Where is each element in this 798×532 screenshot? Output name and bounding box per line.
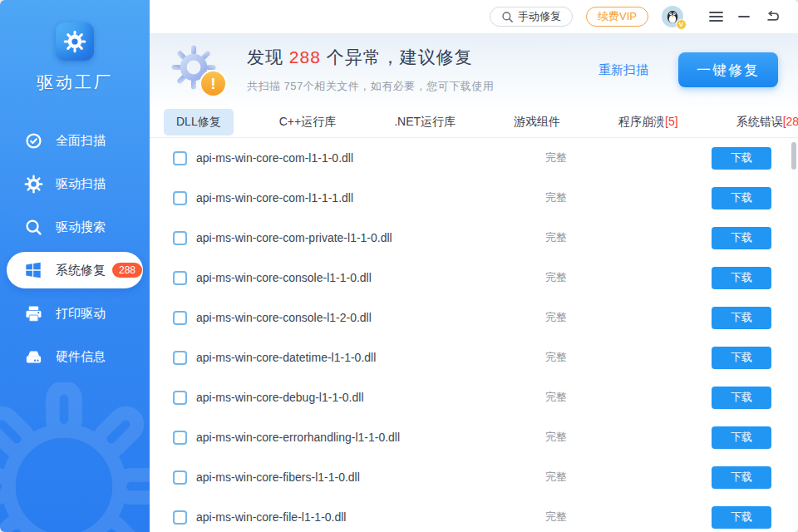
search-icon [23, 217, 43, 237]
app-window: 驱动工厂 全面扫描 [0, 0, 798, 532]
row-checkbox[interactable] [173, 311, 187, 325]
table-row: api-ms-win-core-com-private-l1-1-0.dll 完… [150, 218, 798, 258]
scan-circle-icon [23, 131, 43, 150]
sidebar: 驱动工厂 全面扫描 [0, 0, 150, 532]
tab-program-crash[interactable]: 程序崩溃[5] [606, 109, 691, 135]
sidebar-item-label: 打印驱动 [56, 306, 106, 322]
download-button[interactable]: 下载 [712, 347, 771, 369]
manual-fix-button[interactable]: 手动修复 [490, 7, 573, 27]
download-button[interactable]: 下载 [712, 267, 771, 289]
scan-result-subtitle: 共扫描 757个相关文件，如有必要，您可下载使用 [247, 79, 494, 94]
tab-label: DLL修复 [176, 115, 221, 128]
table-row: api-ms-win-core-file-l1-1-0.dll 完整 下载 [150, 497, 798, 532]
app-logo: 驱动工厂 [0, 0, 150, 94]
app-title: 驱动工厂 [37, 71, 113, 94]
download-button[interactable]: 下载 [712, 227, 771, 249]
download-button[interactable]: 下载 [712, 426, 771, 449]
rescan-link[interactable]: 重新扫描 [598, 62, 648, 78]
file-name: api-ms-win-core-com-l1-1-1.dll [196, 191, 545, 204]
tab-label: 程序崩溃 [618, 115, 665, 128]
dll-file-list: api-ms-win-core-com-l1-1-0.dll 完整 下载 api… [150, 138, 798, 532]
topbar: 手动修复 续费VIP V [150, 0, 798, 33]
file-name: api-ms-win-core-errorhandling-l1-1-0.dll [196, 431, 545, 444]
row-checkbox[interactable] [173, 271, 187, 285]
download-button[interactable]: 下载 [712, 187, 771, 209]
status-text: 完整 [545, 190, 595, 205]
sidebar-item-driver-scan[interactable]: 驱动扫描 [7, 165, 143, 202]
avatar-vip-badge: V [676, 19, 687, 30]
download-button[interactable]: 下载 [712, 506, 771, 529]
tab-dotnet-runtime[interactable]: .NET运行库 [382, 109, 468, 135]
table-row: api-ms-win-core-datetime-l1-1-0.dll 完整 下… [150, 337, 798, 377]
row-checkbox[interactable] [173, 470, 187, 485]
status-text: 完整 [545, 390, 595, 405]
scan-result-text: 发现 288 个异常，建议修复 共扫描 757个相关文件，如有必要，您可下载使用 [247, 46, 494, 94]
sidebar-item-system-repair[interactable]: 系统修复 288 [7, 252, 143, 288]
row-checkbox[interactable] [173, 151, 187, 165]
table-row: api-ms-win-core-debug-l1-1-0.dll 完整 下载 [150, 377, 798, 417]
file-name: api-ms-win-core-console-l1-1-0.dll [196, 271, 545, 284]
category-tabs: DLL修复 C++运行库 .NET运行库 游戏组件 程序崩溃[5] 系统错误[2… [150, 106, 798, 138]
tab-dll-repair[interactable]: DLL修复 [164, 109, 234, 135]
harddrive-icon [23, 347, 43, 367]
main-panel: 手动修复 续费VIP V [150, 0, 798, 532]
minimize-button[interactable] [732, 6, 756, 27]
gear-watermark-icon [0, 382, 150, 532]
download-button[interactable]: 下载 [712, 387, 771, 409]
table-row: api-ms-win-core-com-l1-1-0.dll 完整 下载 [150, 138, 798, 178]
undo-icon [765, 11, 781, 23]
status-text: 完整 [545, 310, 595, 325]
header-actions: 重新扫描 一键修复 [598, 52, 778, 87]
gear-icon [23, 174, 43, 194]
table-row: api-ms-win-core-console-l1-1-0.dll 完整 下载 [150, 258, 798, 298]
sidebar-item-label: 驱动搜索 [56, 219, 106, 235]
table-row: api-ms-win-core-console-l1-2-0.dll 完整 下载 [150, 298, 798, 337]
warning-exclamation-icon: ! [200, 70, 227, 97]
sidebar-item-hardware-info[interactable]: 硬件信息 [7, 338, 143, 375]
sidebar-item-label: 系统修复 [56, 263, 106, 278]
sidebar-item-label: 全面扫描 [56, 133, 106, 149]
status-text: 完整 [545, 470, 595, 485]
tab-label: 系统错误 [736, 115, 783, 128]
anomaly-count: 288 [289, 47, 321, 66]
file-name: api-ms-win-core-datetime-l1-1-0.dll [196, 351, 545, 364]
row-checkbox[interactable] [173, 391, 187, 405]
status-text: 完整 [545, 350, 595, 365]
download-button[interactable]: 下载 [712, 466, 771, 489]
search-icon [501, 11, 514, 23]
status-text: 完整 [545, 270, 595, 285]
fix-all-button[interactable]: 一键修复 [678, 52, 778, 87]
sidebar-item-printer-driver[interactable]: 打印驱动 [7, 295, 143, 332]
user-avatar[interactable]: V [662, 6, 683, 27]
status-text: 完整 [545, 510, 595, 525]
renew-vip-button[interactable]: 续费VIP [586, 7, 648, 27]
scan-result-header: ! 发现 288 个异常，建议修复 共扫描 757个相关文件，如有必要，您可下载… [150, 33, 798, 106]
title-suffix: 个异常，建议修复 [321, 47, 473, 66]
main-menu-button[interactable] [703, 6, 728, 27]
row-checkbox[interactable] [173, 510, 187, 525]
row-checkbox[interactable] [173, 191, 187, 205]
sidebar-item-label: 硬件信息 [56, 349, 106, 365]
sidebar-item-full-scan[interactable]: 全面扫描 [7, 122, 143, 159]
sidebar-item-driver-search[interactable]: 驱动搜索 [7, 209, 143, 245]
tab-system-errors[interactable]: 系统错误[283] [724, 109, 798, 135]
file-name: api-ms-win-core-com-l1-1-0.dll [196, 151, 545, 165]
download-button[interactable]: 下载 [712, 147, 771, 170]
status-text: 完整 [545, 430, 595, 445]
scrollbar-thumb[interactable] [791, 142, 796, 170]
row-checkbox[interactable] [173, 431, 187, 445]
row-checkbox[interactable] [173, 231, 187, 245]
sidebar-item-label: 驱动扫描 [56, 176, 106, 192]
row-checkbox[interactable] [173, 351, 187, 365]
undo-button[interactable] [760, 6, 785, 27]
tab-game-components[interactable]: 游戏组件 [501, 109, 573, 135]
table-row: api-ms-win-core-fibers-l1-1-0.dll 完整 下载 [150, 457, 798, 497]
file-name: api-ms-win-core-com-private-l1-1-0.dll [196, 231, 545, 244]
manual-fix-label: 手动修复 [518, 9, 561, 24]
printer-icon [23, 303, 43, 323]
file-name: api-ms-win-core-fibers-l1-1-0.dll [196, 470, 545, 484]
table-row: api-ms-win-core-errorhandling-l1-1-0.dll… [150, 417, 798, 457]
download-button[interactable]: 下载 [712, 307, 771, 329]
tab-cpp-runtime[interactable]: C++运行库 [267, 109, 348, 135]
tab-count: [5] [665, 115, 678, 128]
